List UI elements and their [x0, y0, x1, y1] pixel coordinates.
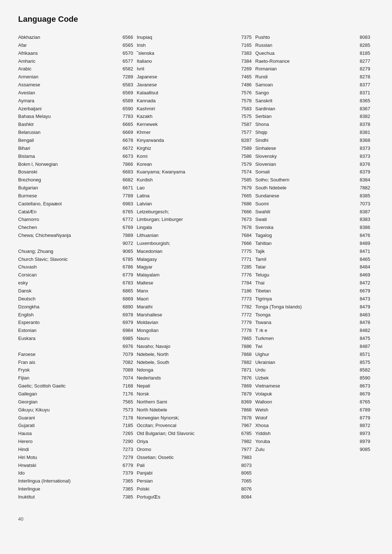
language-code: 8590 — [356, 375, 370, 382]
language-code: 7772 — [238, 312, 252, 319]
language-code: 7579 — [238, 161, 252, 168]
list-item: Norsk7879 — [137, 391, 252, 398]
language-name: Corsican — [18, 272, 119, 279]
language-name: Sindhi — [255, 137, 356, 144]
list-item: Bosanski6683 — [18, 169, 133, 176]
language-code: 7684 — [238, 232, 252, 239]
language-code: 6672 — [119, 145, 133, 152]
page-number: 40 — [18, 516, 374, 522]
language-name: Maori — [137, 296, 238, 303]
language-code: 7089 — [119, 367, 133, 374]
list-item: Fijian7074 — [18, 375, 133, 382]
list-item: Inuktitut7385 — [18, 494, 133, 501]
language-code: 6785 — [119, 256, 133, 263]
language-name: Xhosa — [255, 422, 356, 429]
list-item: Kinyarwanda8287 — [137, 137, 252, 144]
language-code: 8376 — [356, 161, 370, 168]
list-item: Gallegan7176 — [18, 391, 133, 398]
language-name: Shqip — [255, 129, 356, 136]
language-name: Ndonga — [137, 367, 238, 374]
language-name: Twi — [255, 343, 356, 350]
language-code: 8469 — [356, 272, 370, 279]
list-item: Euskara6985 — [18, 335, 133, 342]
language-name: Kashmiri — [137, 106, 238, 112]
language-name: Tatar — [255, 264, 356, 271]
language-name: Tigrinya — [255, 296, 356, 303]
language-name: Japanese — [137, 74, 238, 81]
language-name: Bulgarian — [18, 185, 119, 192]
language-code: 7165 — [238, 42, 252, 49]
list-item: Azerbaijani6590 — [18, 106, 133, 112]
language-name: Bengali — [18, 137, 119, 144]
list-item: Old Bulgarian; Old Slavonic6785 — [137, 430, 252, 437]
language-code: 7871 — [238, 367, 252, 374]
language-name: Georgian — [18, 399, 119, 406]
list-item: Polski8076 — [137, 486, 252, 493]
language-code: 7384 — [238, 58, 252, 65]
language-code: 6569 — [119, 90, 133, 97]
language-code: 6769 — [119, 224, 133, 231]
list-item: Luxembourgish;7666 — [137, 240, 252, 247]
language-name: Chechen — [18, 224, 119, 231]
list-item: Uighur8571 — [255, 351, 370, 358]
language-name: Kuanyama; Kwanyama — [137, 169, 238, 176]
language-code: 6583 — [119, 82, 133, 89]
language-code: 7574 — [238, 169, 252, 176]
language-code: 8472 — [356, 280, 370, 287]
language-code: 8285 — [356, 42, 370, 49]
language-code: 7285 — [238, 264, 252, 271]
list-item: Chuang; Zhuang9065 — [18, 248, 133, 255]
list-item: Somali8379 — [255, 169, 370, 176]
language-code: 8377 — [356, 82, 370, 89]
language-name: Fran ais — [18, 359, 119, 366]
language-name: Magyar — [137, 264, 238, 271]
list-item: Welsh6789 — [255, 407, 370, 414]
language-name: Nauru — [137, 335, 238, 342]
language-name: Interlingue — [18, 486, 119, 493]
list-item: 6976 — [18, 343, 133, 350]
list-item: Inupiaq7375 — [137, 34, 252, 41]
list-item: Dzongkha6890 — [18, 304, 133, 311]
list-item: Brezhoneg6682 — [18, 177, 133, 184]
language-name: Rundi — [255, 74, 356, 81]
list-item: Guarani7178 — [18, 415, 133, 422]
list-item: Abkhazian6566 — [18, 34, 133, 41]
language-code: 8979 — [356, 438, 370, 445]
list-item: Maltese7784 — [137, 280, 252, 287]
language-name: Malagasy — [137, 256, 238, 263]
language-code: 8287 — [238, 137, 252, 144]
language-name: Polski — [137, 486, 238, 493]
language-name: Navaho; Navajo — [137, 343, 238, 350]
language-name: Tajik — [255, 248, 356, 255]
language-name: Somali — [255, 169, 356, 176]
list-item: Ndonga7871 — [137, 367, 252, 374]
language-code: 6865 — [119, 288, 133, 295]
list-item: Volapuk8679 — [255, 391, 370, 398]
list-item: Aymara6589 — [18, 98, 133, 104]
language-name: Welsh — [255, 407, 356, 414]
list-item: Mongolian7778 — [137, 327, 252, 334]
language-code: 7889 — [119, 232, 133, 239]
language-code: 7178 — [119, 415, 133, 422]
language-code: 7065 — [238, 478, 252, 485]
list-item: Slovensky8373 — [255, 153, 370, 160]
language-name: Tamil — [255, 256, 356, 263]
language-code: 6570 — [119, 50, 133, 57]
list-item: Navaho; Navajo7886 — [137, 343, 252, 350]
language-name: Dansk — [18, 288, 119, 295]
list-item: Tamil8465 — [255, 256, 370, 263]
language-name: Lao — [137, 185, 238, 192]
list-item: Xhosa8872 — [255, 422, 370, 429]
language-name: Limburgan; Limburger — [137, 216, 238, 223]
list-item: Sanskrit8365 — [255, 98, 370, 104]
list-item: Nauru7865 — [137, 335, 252, 342]
language-code: 7868 — [238, 351, 252, 358]
language-code: 7073 — [356, 201, 370, 208]
language-code: 6789 — [356, 407, 370, 414]
language-name: Faroese — [18, 351, 119, 358]
list-item: Korean7579 — [137, 161, 252, 168]
language-name: Persian — [137, 478, 238, 485]
language-name: North Ndebele — [137, 407, 238, 414]
language-name: Tahitian — [255, 240, 356, 247]
list-item: Pali8073 — [137, 462, 252, 469]
